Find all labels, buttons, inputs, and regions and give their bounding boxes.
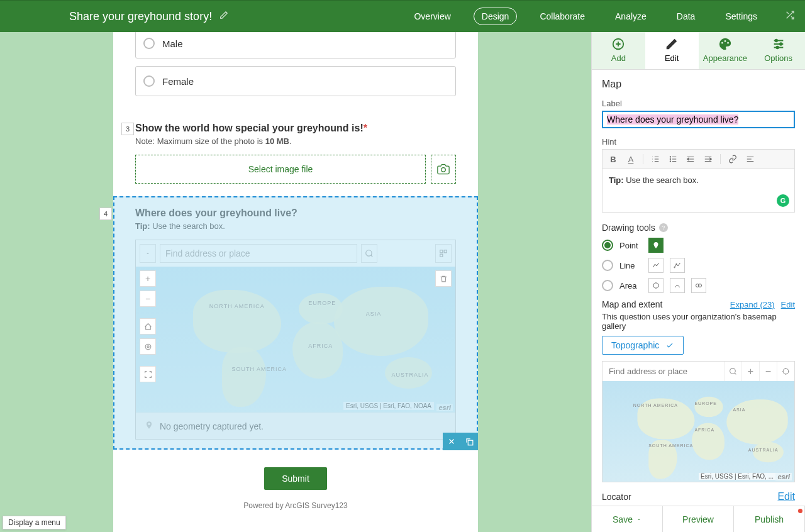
map-grid-button[interactable] (435, 244, 452, 263)
edit-locator-link[interactable]: Edit (777, 491, 795, 502)
duplicate-question-button[interactable] (460, 433, 478, 450)
continent-label: ASIA (366, 311, 382, 317)
zoom-in-button[interactable]: + (140, 270, 156, 287)
tab-options[interactable]: Options (752, 32, 805, 69)
submit-button[interactable]: Submit (264, 467, 327, 490)
image-upload-row: Select image file (135, 155, 456, 184)
radio-area[interactable] (602, 280, 613, 291)
nav-analyze[interactable]: Analyze (608, 8, 654, 25)
font-color-button[interactable]: A (624, 152, 638, 166)
extent-map-canvas[interactable]: NORTH AMERICA SOUTH AMERICA EUROPE AFRIC… (602, 381, 794, 482)
nav-collaborate[interactable]: Collaborate (532, 8, 592, 25)
bold-button[interactable]: B (606, 152, 620, 166)
survey-card: Male Female 3 Show the world how special… (113, 32, 478, 532)
zoom-out-button[interactable]: − (140, 291, 156, 307)
radio-point[interactable] (602, 240, 613, 251)
link-icon (728, 155, 737, 163)
home-button[interactable] (140, 318, 156, 335)
map-collapse-button[interactable] (140, 244, 156, 263)
locate-button[interactable] (140, 338, 156, 355)
continent-label: NORTH AMERICA (209, 303, 265, 309)
trash-icon (440, 275, 448, 283)
indent-left-button[interactable] (684, 152, 697, 166)
map-extent-row: Map and extent Expand (23) Edit (602, 299, 795, 309)
camera-button[interactable] (431, 155, 456, 184)
tab-add[interactable]: Add (592, 32, 645, 69)
statusbar-tooltip: Display a menu (3, 516, 66, 529)
shuffle-icon[interactable] (785, 10, 795, 23)
map-search-input[interactable] (160, 244, 357, 263)
question-number-3: 3 (121, 123, 134, 135)
extent-search-button[interactable] (724, 362, 741, 381)
radio-option-female[interactable]: Female (135, 66, 456, 96)
plus-circle-icon (611, 37, 625, 51)
hint-field-label: Hint (602, 137, 795, 147)
locate-icon (144, 343, 152, 351)
nav-data[interactable]: Data (669, 8, 703, 25)
drawing-line-row: Line (602, 258, 795, 273)
grammarly-icon[interactable]: G (777, 194, 789, 207)
drawing-point-row: Point (602, 238, 795, 253)
area-tool-free[interactable] (670, 278, 685, 293)
edit-extent-link[interactable]: Edit (781, 300, 795, 309)
pencil-icon (665, 37, 679, 51)
nav-settings[interactable]: Settings (718, 8, 765, 25)
question-3[interactable]: 3 Show the world how special your greyho… (135, 123, 456, 184)
preview-button[interactable]: Preview (663, 506, 734, 532)
list-unordered-button[interactable] (666, 152, 680, 166)
nav-overview[interactable]: Overview (406, 8, 458, 25)
link-button[interactable] (726, 152, 740, 166)
radio-icon (143, 38, 155, 49)
svg-point-16 (670, 158, 670, 159)
svg-point-12 (775, 40, 777, 42)
clear-format-button[interactable] (743, 152, 757, 166)
info-icon[interactable]: ? (659, 223, 668, 232)
hint-textarea[interactable]: Tip: Use the search box. G (602, 169, 795, 213)
polyline-vertex-icon (674, 262, 681, 269)
extent-search-input[interactable] (602, 362, 724, 381)
extent-zoom-in[interactable]: + (741, 362, 759, 381)
selection-actions (443, 433, 478, 450)
basemap-selector[interactable]: Topographic (602, 336, 684, 355)
point-tool-button[interactable] (648, 238, 663, 253)
tab-appearance[interactable]: Appearance (699, 32, 752, 69)
delete-geometry-button[interactable] (435, 270, 452, 287)
svg-point-10 (724, 40, 726, 42)
publish-button[interactable]: Publish (734, 506, 805, 532)
line-tool-sketch[interactable] (648, 258, 663, 273)
edit-title-icon[interactable] (219, 11, 228, 22)
expand-basemap-link[interactable]: Expand (23) (730, 300, 775, 309)
area-tool-poly[interactable] (648, 278, 663, 293)
radio-line[interactable] (602, 260, 613, 271)
remove-question-button[interactable] (443, 433, 460, 450)
svg-point-14 (776, 47, 779, 49)
list-ordered-button[interactable] (648, 152, 662, 166)
label-field-label: Label (602, 99, 795, 108)
header-nav: Overview Design Collaborate Analyze Data… (406, 8, 795, 25)
save-button[interactable]: Save (592, 506, 663, 532)
indent-icon (704, 155, 713, 163)
map-canvas[interactable]: + − (136, 267, 455, 413)
polygon-icon (652, 282, 660, 289)
map-search-button[interactable] (361, 244, 377, 263)
search-icon (729, 367, 737, 375)
drawing-area-row: Area (602, 278, 795, 293)
q4-tip: Tip: Use the search box. (135, 221, 456, 231)
fullscreen-button[interactable] (140, 366, 156, 382)
line-tool-vertex[interactable] (670, 258, 685, 273)
radio-option-male[interactable]: Male (135, 32, 456, 58)
question-4-selected[interactable]: 4 Where does your greyhound live? Tip: U… (113, 196, 478, 450)
drawing-tools-header: Drawing tools ? (602, 223, 795, 233)
indent-right-button[interactable] (701, 152, 715, 166)
freehand-icon (674, 282, 681, 289)
svg-point-11 (727, 42, 729, 44)
chevron-down-icon (145, 250, 151, 257)
continent-label: AFRICA (308, 343, 333, 349)
select-image-button[interactable]: Select image file (135, 155, 426, 184)
label-input[interactable]: Where does your greyhound live? (602, 111, 795, 128)
nav-design[interactable]: Design (474, 8, 518, 25)
area-tool-smart[interactable] (691, 278, 706, 293)
extent-locate[interactable] (777, 362, 794, 381)
extent-zoom-out[interactable]: − (759, 362, 777, 381)
tab-edit[interactable]: Edit (645, 32, 699, 69)
